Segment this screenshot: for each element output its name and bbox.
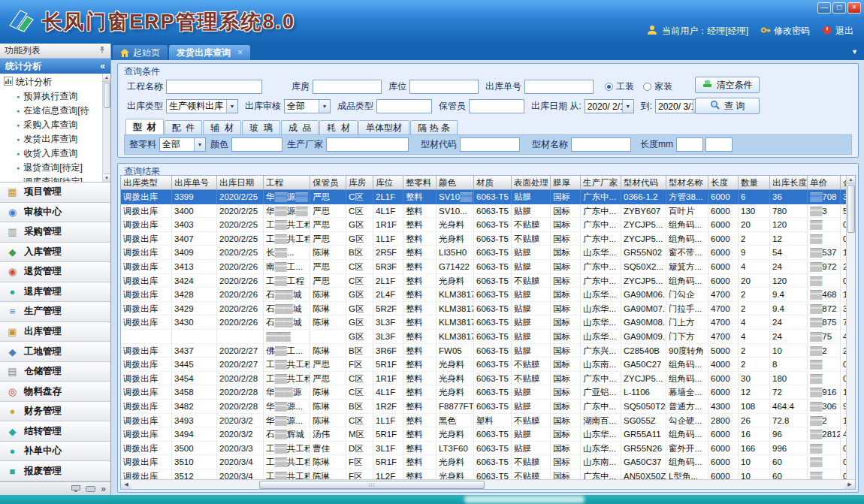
sidebar-module[interactable]: ●退库管理: [0, 282, 110, 303]
tree-root[interactable]: 统计分析: [4, 75, 101, 89]
sidebar-module[interactable]: ◆工地管理: [0, 342, 110, 362]
sidebar-module[interactable]: ◆结转管理: [0, 421, 110, 442]
tree-item[interactable]: ●采购入库查询: [4, 118, 101, 132]
profile-name-input[interactable]: [571, 137, 631, 152]
material-tab[interactable]: 型 材: [125, 119, 164, 134]
table-row[interactable]: 调拨出库34542020/2/28工▒▒共工程严思C区1R1F整料光身料6063…: [121, 372, 846, 386]
maximize-button[interactable]: □: [832, 2, 846, 14]
column-header[interactable]: 整零料: [403, 176, 437, 190]
column-header[interactable]: 颜色: [437, 176, 474, 190]
table-row[interactable]: 调拨出库35122020/3/4工▒▒共工程陈琳F区1L2F整料光身料6063-…: [121, 469, 846, 479]
length-max-input[interactable]: [705, 137, 733, 152]
sidebar-module[interactable]: ◉审核中心: [0, 203, 110, 223]
minimize-button[interactable]: —: [817, 2, 831, 14]
table-row[interactable]: 调拨出库34132020/2/26南▒▒工...严思C区5R3F整料G71422…: [121, 260, 846, 274]
radio-industrial[interactable]: [605, 83, 613, 91]
tab-shipment-outbound-query[interactable]: 发货出库查询×: [169, 45, 250, 60]
product-type-input[interactable]: [376, 99, 432, 113]
date-from-picker[interactable]: 2020/ 2/16: [585, 99, 634, 113]
column-header[interactable]: 材质: [474, 176, 512, 190]
column-header[interactable]: 型材名称: [666, 176, 708, 190]
material-tab[interactable]: 耗 材: [319, 120, 358, 134]
sidebar-module[interactable]: ▦项目管理: [0, 183, 110, 203]
tree-item[interactable]: ●调库查询[待定]: [4, 175, 101, 183]
table-row[interactable]: 调拨出库34092020/2/25长▒▒...陈琳B区2R5F整料LI35H06…: [121, 246, 846, 260]
column-header[interactable]: 工程: [264, 176, 310, 190]
keyboard-icon[interactable]: [86, 484, 95, 494]
table-row[interactable]: 调拨出库35102020/3/4工▒▒共工程陈琳F区5R1F整料光身料6063-…: [121, 455, 846, 469]
table-row[interactable]: 调拨出库35002020/3/3工▒▒共工程曹佳D区3L1F整料LT3F6060…: [121, 442, 846, 456]
column-header[interactable]: 型材代码: [621, 176, 666, 190]
scrollbar-thumb[interactable]: [847, 185, 855, 233]
length-min-input[interactable]: [676, 137, 703, 152]
monitor-icon[interactable]: [71, 484, 80, 494]
scroll-up-icon[interactable]: ▲: [103, 74, 111, 82]
column-header[interactable]: 长度: [708, 176, 739, 190]
column-header[interactable]: 表面处理: [512, 176, 551, 190]
chevron-right-icon[interactable]: »: [101, 484, 106, 494]
color-input[interactable]: [231, 137, 282, 152]
column-header[interactable]: 膜厚: [551, 176, 581, 190]
sidebar-module[interactable]: ≡生产管理: [0, 302, 110, 322]
tree-item[interactable]: ●收货入库查询: [4, 146, 101, 161]
manufacturer-input[interactable]: [326, 137, 409, 152]
tree-item[interactable]: ●发货出库查询: [4, 132, 101, 146]
chevron-down-icon[interactable]: [319, 100, 330, 113]
table-row[interactable]: 调拨出库34452020/2/27工▒▒共工程严思F区5R1F整料光身料6063…: [121, 358, 846, 372]
table-row[interactable]: 调拨出库34942020/3/2石▒▒辉城汤伟M区5R1F整料光身料6063-T…: [121, 427, 846, 442]
scrollbar-thumb[interactable]: [104, 83, 110, 108]
column-header[interactable]: 数量: [739, 176, 770, 190]
table-row[interactable]: 调拨出库34302020/2/26石▒▒▒城陈琳G区3L3F整料KLM38176…: [121, 315, 846, 330]
keeper-input[interactable]: [469, 99, 524, 113]
chevron-down-icon[interactable]: [226, 100, 237, 113]
table-row[interactable]: 调拨出库34282020/2/26石▒▒▒城陈琳G区2L4F整料KLM38176…: [121, 288, 846, 302]
sidebar-module[interactable]: ◉退货管理: [0, 262, 110, 282]
sidebar-module[interactable]: ◎物料盘存: [0, 382, 110, 402]
table-row[interactable]: 调拨出库34072020/2/25工▒▒共工程严思G区1L1F整料光身料6063…: [121, 232, 846, 246]
sidebar-module[interactable]: ●财务管理: [0, 402, 110, 422]
material-tab[interactable]: 配 件: [165, 120, 203, 134]
column-header[interactable]: 保管员: [310, 176, 346, 190]
sidebar-module[interactable]: ■报废管理: [0, 461, 110, 481]
chevron-down-icon[interactable]: ▼: [851, 48, 858, 56]
table-row[interactable]: 调拨出库34582020/2/28华▒▒▒源陈琳C区4L1F整料光身料6063-…: [121, 385, 846, 400]
tab-start-page[interactable]: 起始页: [113, 45, 168, 60]
column-header[interactable]: 单价: [808, 176, 841, 190]
audit-status-select[interactable]: 全部: [284, 99, 331, 113]
horizontal-scrollbar[interactable]: ◀ ⁞⁞⁞ ▶: [121, 479, 855, 489]
vertical-scrollbar[interactable]: ▲: [846, 176, 855, 479]
pin-icon[interactable]: [98, 46, 106, 56]
sidebar-group-statistics[interactable]: 统计分析 «: [0, 59, 110, 74]
radio-home[interactable]: [643, 83, 651, 91]
tree-item[interactable]: ●在途信息查询[待: [4, 104, 101, 118]
clear-conditions-button[interactable]: 清空条件: [695, 77, 760, 93]
project-name-input[interactable]: [166, 80, 262, 94]
sidebar-module[interactable]: ▣出库管理: [0, 322, 110, 343]
location-input[interactable]: [409, 80, 479, 94]
logout-button[interactable]: 退出: [822, 25, 853, 38]
table-row[interactable]: 调拨出库34002020/2/25华▒▒源▒▒严思C区4L1F整料SV10...…: [121, 204, 846, 219]
material-tab[interactable]: 玻 璃: [242, 120, 280, 134]
outbound-type-select[interactable]: 生产领料出库: [166, 99, 238, 113]
material-tab[interactable]: 成 品: [281, 120, 319, 134]
scroll-left-icon[interactable]: ◀: [121, 480, 131, 489]
table-row[interactable]: 调拨出库33992020/2/25华▒▒源▒▒严思C区2L1F整料SV10▒▒6…: [121, 190, 846, 204]
column-header[interactable]: 库房: [346, 176, 373, 190]
scroll-down-icon[interactable]: ▼: [103, 174, 111, 182]
change-password-link[interactable]: 修改密码: [760, 25, 810, 38]
outbound-order-no-input[interactable]: [524, 80, 594, 94]
table-row[interactable]: 调拨出库34372020/2/27佛▒▒工...陈琳B区3R6F整料FW0560…: [121, 344, 846, 358]
table-row[interactable]: 调拨出库34292020/2/26石▒▒▒城陈琳G区5R2F整料KLM38176…: [121, 302, 846, 316]
column-header[interactable]: 出库日期: [217, 176, 264, 190]
chevron-down-icon[interactable]: [622, 100, 633, 113]
material-tab[interactable]: 单体型材: [358, 120, 409, 134]
tree-scrollbar[interactable]: ▲ ▼: [102, 74, 110, 182]
search-button[interactable]: 查 询: [695, 98, 760, 114]
scrollbar-thumb[interactable]: ⁞⁞⁞: [259, 481, 485, 489]
sidebar-module[interactable]: ●补单中心: [0, 442, 110, 462]
close-button[interactable]: ×: [847, 2, 861, 14]
chevron-down-icon[interactable]: [194, 138, 205, 151]
column-header[interactable]: 生产厂家: [581, 176, 621, 190]
column-header[interactable]: 出库单号: [172, 176, 217, 190]
warehouse-input[interactable]: [313, 80, 382, 94]
